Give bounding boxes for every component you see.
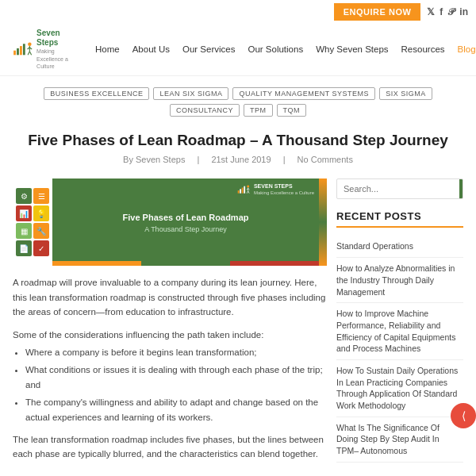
icon-list: ☰	[33, 188, 49, 204]
image-center-panel: SEVEN STEPS Making Excellence a Culture …	[52, 178, 319, 266]
recent-post-3[interactable]: How to Improve Machine Performance, Reli…	[336, 303, 463, 360]
recent-post-4[interactable]: How To Sustain Daily Operations In Lean …	[336, 360, 463, 417]
article-title: Five Phases of Lean Roadmap – A Thousand…	[13, 131, 463, 151]
tag-tpm[interactable]: TPM	[244, 104, 273, 117]
recent-posts-title: RECENT POSTS	[336, 210, 463, 228]
svg-rect-13	[244, 186, 245, 194]
article-body: ⚙ ☰ 📊 💡 ▦ 🔧 📄 ✓	[13, 178, 327, 469]
article-separator-1: |	[197, 155, 199, 164]
svg-point-4	[28, 43, 31, 46]
icon-chart: 📊	[16, 205, 32, 221]
search-box: 🔍	[336, 178, 463, 199]
article-para-2: Some of the considerations influencing t…	[13, 328, 327, 424]
tag-business-excellence[interactable]: BUSINESS EXCELLENCE	[44, 87, 149, 100]
article-title-area: Five Phases of Lean Roadmap – A Thousand…	[0, 123, 476, 170]
recent-post-1[interactable]: Standard Operations	[336, 236, 463, 258]
main-content: ⚙ ☰ 📊 💡 ▦ 🔧 📄 ✓	[0, 169, 476, 476]
svg-rect-12	[242, 188, 244, 194]
svg-point-14	[247, 186, 249, 188]
image-right-bar	[319, 178, 327, 266]
linkedin-icon[interactable]: in	[459, 6, 468, 17]
sidebar: 🔍 RECENT POSTS Standard Operations How t…	[336, 178, 463, 469]
icon-check: ✓	[33, 240, 49, 256]
nav-solutions[interactable]: Our Solutions	[241, 41, 309, 57]
nav-blog[interactable]: Blog	[451, 41, 476, 57]
article-author: By Seven Steps	[123, 155, 185, 164]
article-bullets: Where a company is before it begins lean…	[25, 345, 327, 424]
svg-line-18	[247, 191, 248, 194]
nav-links: Home About Us Our Services Our Solutions…	[89, 41, 476, 57]
svg-rect-0	[13, 51, 16, 56]
bullet-3: The company's willingness and ability to…	[25, 395, 327, 424]
svg-rect-2	[20, 46, 22, 55]
nav-services[interactable]: Our Services	[176, 41, 241, 57]
social-icons: 𝕏 f 𝒫 in	[427, 6, 468, 17]
top-bar: ENQUIRE NOW 𝕏 f 𝒫 in	[0, 0, 476, 24]
svg-line-8	[28, 52, 29, 55]
svg-rect-10	[238, 190, 240, 194]
article-para-1: A roadmap will prove invaluable to a com…	[13, 275, 327, 319]
tags-bar: BUSINESS EXCELLENCE LEAN SIX SIGMA QUALI…	[0, 76, 476, 123]
nav-home[interactable]: Home	[89, 41, 126, 57]
svg-rect-1	[17, 48, 19, 55]
pinterest-icon[interactable]: 𝒫	[447, 6, 455, 17]
svg-line-19	[248, 191, 249, 194]
enquire-button[interactable]: ENQUIRE NOW	[334, 3, 421, 21]
bullet-2: What conditions or issues it is dealing …	[25, 363, 327, 392]
twitter-icon[interactable]: 𝕏	[427, 6, 435, 17]
article-para-3: The lean transformation roadmap includes…	[13, 432, 327, 462]
icon-bulb: 💡	[33, 205, 49, 221]
nav-why[interactable]: Why Seven Steps	[309, 41, 394, 57]
nav-about[interactable]: About Us	[126, 41, 176, 57]
article-date: 21st June 2019	[211, 155, 271, 164]
facebook-icon[interactable]: f	[440, 6, 443, 17]
image-left-icons: ⚙ ☰ 📊 💡 ▦ 🔧 📄 ✓	[13, 178, 52, 266]
article-comments: No Comments	[298, 155, 353, 164]
icon-tools: 🔧	[33, 223, 49, 239]
recent-post-5[interactable]: What Is The Significance Of Doing Step B…	[336, 417, 463, 463]
featured-image: ⚙ ☰ 📊 💡 ▦ 🔧 📄 ✓	[13, 178, 327, 266]
logo-text: Seven Steps Making Excellence a Culture	[36, 29, 76, 71]
logo-icon	[13, 34, 35, 64]
nav-bar: Seven Steps Making Excellence a Culture …	[0, 24, 476, 76]
tag-lean-six-sigma[interactable]: LEAN SIX SIGMA	[153, 87, 228, 100]
tag-tqm[interactable]: TQM	[277, 104, 307, 117]
article-separator-2: |	[283, 155, 286, 164]
icon-doc: 📄	[16, 240, 32, 256]
bullet-1: Where a company is before it begins lean…	[25, 345, 327, 359]
tag-quality-management[interactable]: QUALITY MANAGEMENT SYSTEMS	[232, 87, 375, 100]
recent-post-2[interactable]: How to Analyze Abnormalities in the Indu…	[336, 258, 463, 303]
image-subtitle: A Thousand Step Journey	[144, 225, 226, 233]
svg-rect-11	[240, 190, 241, 194]
image-logo-badge: SEVEN STEPS Making Excellence a Culture	[237, 183, 314, 196]
tag-consultancy[interactable]: CONSULTANCY	[170, 104, 240, 117]
tag-six-sigma[interactable]: SIX SIGMA	[379, 87, 432, 100]
svg-rect-3	[23, 44, 25, 56]
share-button[interactable]: ⟨	[451, 403, 476, 428]
search-button[interactable]: 🔍	[459, 179, 463, 198]
logo[interactable]: Seven Steps Making Excellence a Culture	[13, 29, 76, 71]
article-meta: By Seven Steps | 21st June 2019 | No Com…	[13, 155, 463, 164]
icon-bar: ▦	[16, 223, 32, 239]
search-input[interactable]	[337, 180, 459, 198]
image-title: Five Phases of Lean Roadmap	[123, 212, 249, 223]
nav-resources[interactable]: Resources	[395, 41, 451, 57]
icon-gear: ⚙	[16, 188, 32, 204]
svg-line-9	[29, 52, 31, 55]
